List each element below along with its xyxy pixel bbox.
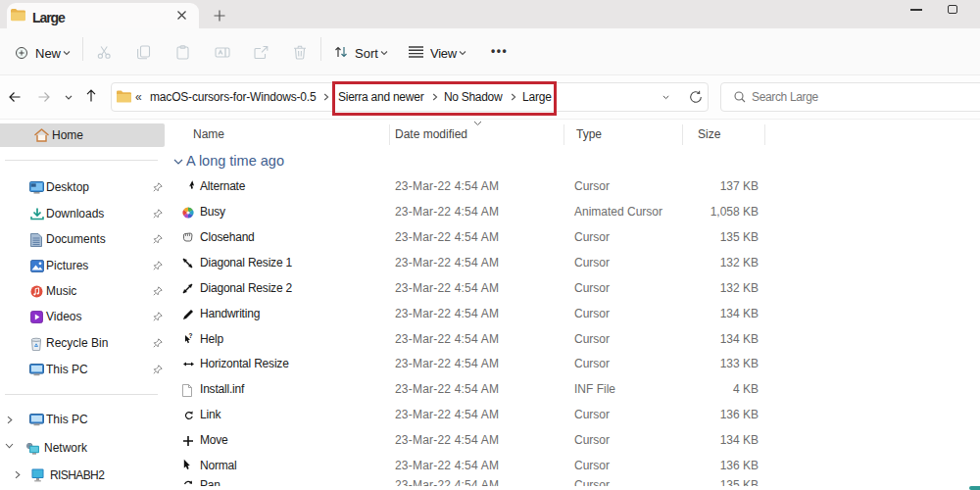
svg-text:?: ?: [189, 333, 193, 339]
